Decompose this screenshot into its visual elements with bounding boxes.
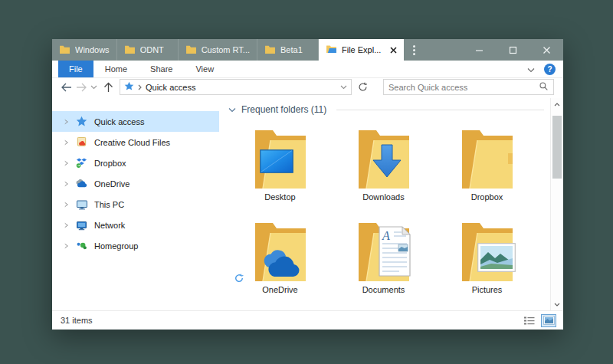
tile-label: Downloads — [362, 192, 404, 202]
sidebar-item-creative-cloud-files[interactable]: Creative Cloud Files — [52, 132, 219, 152]
file-menu-button[interactable]: File — [58, 61, 93, 77]
tile-label: Pictures — [472, 285, 503, 294]
sidebar-item-network[interactable]: Network — [52, 215, 219, 235]
folder-icon — [59, 44, 70, 55]
tile-label: OneDrive — [262, 285, 297, 294]
sync-icon — [234, 272, 244, 286]
sidebar-item-quick-access[interactable]: Quick access — [52, 111, 219, 132]
sidebar-item-label: Creative Cloud Files — [94, 138, 170, 147]
tab-label: Windows — [75, 45, 110, 54]
folder-icon — [185, 44, 197, 55]
tile-label: Dropbox — [471, 192, 503, 202]
address-dropdown-chevron-icon[interactable] — [340, 85, 347, 90]
sidebar-item-label: Network — [94, 221, 125, 230]
minimize-icon[interactable] — [462, 39, 496, 61]
help-icon[interactable]: ? — [544, 64, 556, 75]
navigation-pane: Quick access Creative Cloud Files Dropbo… — [52, 98, 219, 310]
back-icon[interactable] — [60, 82, 73, 93]
refresh-icon[interactable] — [354, 79, 371, 95]
folder-tile-onedrive[interactable]: OneDrive — [228, 215, 332, 307]
tab-label: Beta1 — [280, 45, 303, 54]
tab-odnt[interactable]: ODNT — [117, 39, 179, 61]
scroll-down-icon[interactable] — [551, 298, 563, 310]
folder-tile-documents[interactable]: A Documents — [332, 215, 435, 307]
tab-label: ODNT — [140, 45, 164, 54]
file-explorer-icon — [326, 44, 337, 55]
sidebar-item-this-pc[interactable]: This PC — [52, 194, 219, 215]
details-view-icon[interactable] — [522, 314, 537, 327]
sidebar-item-homegroup[interactable]: Homegroup — [52, 235, 219, 256]
vertical-scrollbar[interactable] — [550, 98, 563, 310]
network-icon — [75, 220, 88, 231]
close-icon[interactable] — [529, 39, 563, 61]
homegroup-icon — [75, 241, 88, 251]
file-explorer-window: Windows ODNT Custom RT... Beta1 File Exp… — [52, 39, 563, 330]
sidebar-item-label: Homegroup — [94, 241, 138, 251]
desktop-monitor-icon — [260, 149, 293, 173]
creative-cloud-icon — [75, 136, 88, 148]
tab-custom-rt[interactable]: Custom RT... — [179, 39, 257, 61]
window-controls — [462, 39, 563, 61]
folder-view: Frequent folders (11) — [219, 98, 550, 310]
tab-label: File Expl... — [342, 45, 381, 54]
folder-tile-desktop[interactable]: Desktop — [228, 122, 332, 215]
search-icon[interactable] — [539, 80, 549, 94]
search-box — [383, 79, 554, 95]
photo-icon — [477, 243, 516, 272]
scroll-up-icon[interactable] — [551, 98, 563, 110]
items-count: 31 items — [61, 316, 93, 325]
onedrive-icon — [75, 179, 88, 189]
sidebar-item-label: Dropbox — [94, 159, 126, 168]
tab-file-explorer-active[interactable]: File Expl... — [319, 39, 404, 61]
this-pc-icon — [75, 199, 88, 210]
quick-access-star-icon — [124, 81, 134, 93]
folder-icon — [264, 44, 276, 55]
tab-beta1[interactable]: Beta1 — [257, 39, 319, 61]
sidebar-item-label: This PC — [94, 200, 124, 209]
scrollbar-thumb[interactable] — [552, 116, 562, 179]
section-title: Frequent folders (11) — [241, 104, 326, 115]
address-bar: Quick access — [52, 78, 563, 98]
status-bar: 31 items — [52, 310, 563, 330]
search-input[interactable] — [388, 83, 539, 92]
document-icon: A — [379, 226, 411, 277]
up-icon[interactable] — [103, 82, 114, 93]
section-header-frequent-folders[interactable]: Frequent folders (11) — [228, 104, 550, 115]
tile-label: Desktop — [264, 192, 295, 202]
breadcrumb-location[interactable]: Quick access — [146, 83, 195, 92]
tab-home[interactable]: Home — [93, 61, 139, 77]
sidebar-item-onedrive[interactable]: OneDrive — [52, 173, 219, 194]
svg-text:A: A — [382, 229, 390, 242]
expand-ribbon-chevron-icon[interactable] — [527, 62, 535, 76]
tab-windows[interactable]: Windows — [52, 39, 117, 61]
sidebar-item-dropbox[interactable]: Dropbox — [52, 152, 219, 173]
dropbox-icon — [75, 157, 88, 169]
tile-label: Documents — [362, 285, 405, 294]
folder-icon — [124, 44, 136, 55]
folder-icon — [461, 124, 514, 190]
address-input[interactable]: Quick access — [120, 79, 352, 95]
folder-tile-dropbox[interactable]: Dropbox — [435, 122, 539, 215]
sidebar-item-label: OneDrive — [94, 179, 129, 189]
tab-menu-dots-icon[interactable] — [404, 39, 424, 61]
collapse-chevron-icon — [228, 107, 236, 113]
maximize-icon[interactable] — [496, 39, 529, 61]
forward-icon[interactable] — [75, 82, 88, 93]
download-arrow-icon — [372, 144, 402, 178]
recent-locations-chevron-icon[interactable] — [90, 85, 97, 90]
tab-bar: Windows ODNT Custom RT... Beta1 File Exp… — [52, 39, 563, 61]
breadcrumb-chevron-icon — [138, 83, 142, 92]
sidebar-item-label: Quick access — [94, 117, 144, 126]
ribbon-tab-bar: File Home Share View ? — [52, 61, 563, 78]
folder-tile-downloads[interactable]: Downloads — [332, 122, 435, 215]
thumbnail-view-icon[interactable] — [541, 314, 556, 327]
onedrive-clouds-icon — [261, 248, 304, 278]
star-icon — [75, 116, 88, 127]
tab-view[interactable]: View — [184, 61, 225, 77]
tab-share[interactable]: Share — [139, 61, 184, 77]
folder-tile-pictures[interactable]: Pictures — [435, 215, 539, 307]
tab-label: Custom RT... — [202, 45, 250, 54]
frequent-folders-grid: Desktop — [228, 122, 550, 307]
close-tab-icon[interactable] — [390, 47, 397, 54]
